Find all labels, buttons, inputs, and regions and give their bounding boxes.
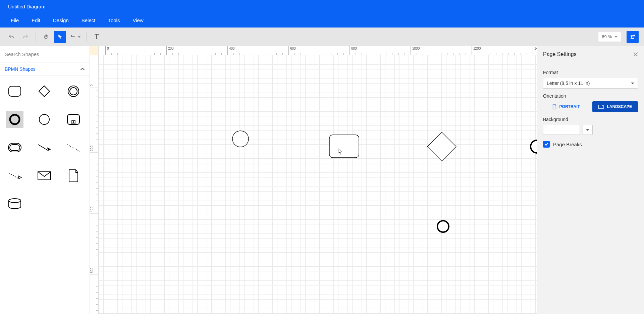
zoom-value: 69 % bbox=[602, 34, 612, 39]
palette-start-event-thick[interactable] bbox=[6, 111, 23, 128]
ruler-vertical: 0200400600 bbox=[90, 55, 99, 314]
svg-point-20 bbox=[437, 221, 449, 232]
select-tool-button[interactable] bbox=[54, 31, 66, 43]
canvas-shape-circle-thick[interactable] bbox=[530, 139, 537, 154]
landscape-label: LANDSCAPE bbox=[607, 104, 632, 109]
menu-tools[interactable]: Tools bbox=[103, 15, 124, 25]
palette-intermediate-event[interactable] bbox=[65, 83, 82, 100]
portrait-button[interactable]: PORTRAIT bbox=[543, 101, 589, 112]
svg-point-6 bbox=[10, 115, 19, 124]
palette-subprocess[interactable] bbox=[65, 111, 82, 128]
search-shapes-row bbox=[0, 46, 90, 62]
menu-edit[interactable]: Edit bbox=[27, 15, 45, 25]
svg-point-1 bbox=[631, 36, 632, 37]
canvas-shape-circle[interactable] bbox=[232, 130, 249, 147]
format-value: Letter (8.5 in x 11 in) bbox=[547, 81, 590, 86]
svg-rect-11 bbox=[10, 145, 20, 151]
zoom-dropdown[interactable]: 69 % bbox=[598, 32, 621, 42]
palette-start-event[interactable] bbox=[36, 111, 53, 128]
shapes-section-label: BPMN Shapes bbox=[5, 66, 36, 72]
chevron-down-icon bbox=[631, 82, 634, 85]
page-breaks-label: Page Breaks bbox=[553, 142, 582, 147]
svg-line-14 bbox=[9, 173, 19, 179]
palette-data-store[interactable] bbox=[6, 195, 23, 213]
svg-line-13 bbox=[67, 145, 79, 151]
svg-rect-3 bbox=[9, 86, 21, 96]
redo-button[interactable] bbox=[19, 31, 32, 43]
palette-transaction[interactable] bbox=[6, 139, 23, 156]
background-label: Background bbox=[543, 117, 638, 122]
portrait-label: PORTRAIT bbox=[559, 104, 580, 109]
svg-point-17 bbox=[232, 131, 249, 147]
chevron-up-icon bbox=[80, 67, 85, 71]
palette-sequence-flow[interactable] bbox=[36, 139, 53, 156]
title-bar: Untitled Diagram bbox=[0, 0, 644, 13]
format-select[interactable]: Letter (8.5 in x 11 in) bbox=[543, 78, 638, 89]
toggle-properties-button[interactable] bbox=[627, 31, 639, 43]
svg-point-2 bbox=[633, 38, 634, 39]
canvas-shape-diamond[interactable] bbox=[427, 132, 457, 162]
connector-tool-button[interactable] bbox=[68, 31, 82, 43]
palette-data-object[interactable] bbox=[65, 167, 82, 185]
ruler-corner bbox=[90, 46, 99, 55]
svg-line-12 bbox=[38, 145, 48, 151]
search-shapes-input[interactable] bbox=[5, 51, 85, 57]
text-tool-button[interactable]: T bbox=[91, 31, 103, 43]
page-boundary bbox=[105, 82, 458, 264]
svg-point-16 bbox=[9, 199, 21, 203]
menu-view[interactable]: View bbox=[128, 15, 148, 25]
ruler-horizontal: 0200400600800100012001400 bbox=[99, 46, 537, 55]
canvas-area: 0200400600800100012001400 0200400600 bbox=[90, 46, 537, 314]
svg-rect-18 bbox=[329, 135, 359, 158]
toolbar-separator bbox=[36, 32, 36, 42]
canvas-shape-circle-thick[interactable] bbox=[436, 220, 450, 233]
drawing-canvas[interactable] bbox=[99, 55, 537, 314]
page-breaks-checkbox[interactable] bbox=[543, 141, 550, 148]
toolbar: T 69 % bbox=[0, 28, 644, 46]
orientation-buttons: PORTRAIT LANDSCAPE bbox=[543, 101, 638, 112]
app-header: Untitled Diagram File Edit Design Select… bbox=[0, 0, 644, 28]
menu-file[interactable]: File bbox=[6, 15, 23, 25]
shapes-panel: BPMN Shapes bbox=[0, 46, 90, 314]
check-icon bbox=[544, 142, 548, 146]
format-label: Format bbox=[543, 70, 638, 75]
background-color-well[interactable] bbox=[543, 125, 580, 135]
svg-point-19 bbox=[531, 140, 537, 153]
background-dropdown[interactable] bbox=[583, 125, 593, 135]
close-icon[interactable] bbox=[633, 52, 638, 57]
page-breaks-row: Page Breaks bbox=[543, 141, 638, 148]
canvas-shape-rounded[interactable] bbox=[329, 135, 359, 158]
landscape-button[interactable]: LANDSCAPE bbox=[592, 101, 638, 112]
background-row bbox=[543, 125, 638, 135]
palette-association[interactable] bbox=[65, 139, 82, 156]
portrait-icon bbox=[552, 104, 557, 109]
properties-body: Format Letter (8.5 in x 11 in) Orientati… bbox=[537, 62, 644, 150]
landscape-icon bbox=[598, 104, 604, 109]
svg-point-7 bbox=[39, 114, 49, 124]
menu-design[interactable]: Design bbox=[48, 15, 73, 25]
properties-panel: Page Settings Format Letter (8.5 in x 11… bbox=[537, 46, 644, 314]
shapes-grid bbox=[0, 76, 90, 219]
menu-select[interactable]: Select bbox=[77, 15, 100, 25]
menu-bar: File Edit Design Select Tools View bbox=[0, 13, 644, 28]
shapes-section-header[interactable]: BPMN Shapes bbox=[0, 62, 90, 76]
orientation-label: Orientation bbox=[543, 93, 638, 99]
palette-message[interactable] bbox=[36, 167, 53, 185]
palette-message-flow[interactable] bbox=[6, 167, 23, 185]
palette-gateway[interactable] bbox=[36, 83, 53, 100]
palette-task[interactable] bbox=[6, 83, 23, 100]
pan-tool-button[interactable] bbox=[40, 31, 52, 43]
workspace: BPMN Shapes 0200400600800100012001400 02… bbox=[0, 46, 644, 314]
document-title[interactable]: Untitled Diagram bbox=[8, 4, 46, 9]
properties-header: Page Settings bbox=[537, 46, 644, 62]
properties-title: Page Settings bbox=[543, 51, 577, 57]
chevron-down-icon bbox=[586, 128, 589, 132]
svg-point-5 bbox=[70, 88, 77, 95]
undo-button[interactable] bbox=[5, 31, 17, 43]
toolbar-separator bbox=[86, 32, 87, 42]
svg-point-0 bbox=[634, 35, 635, 36]
